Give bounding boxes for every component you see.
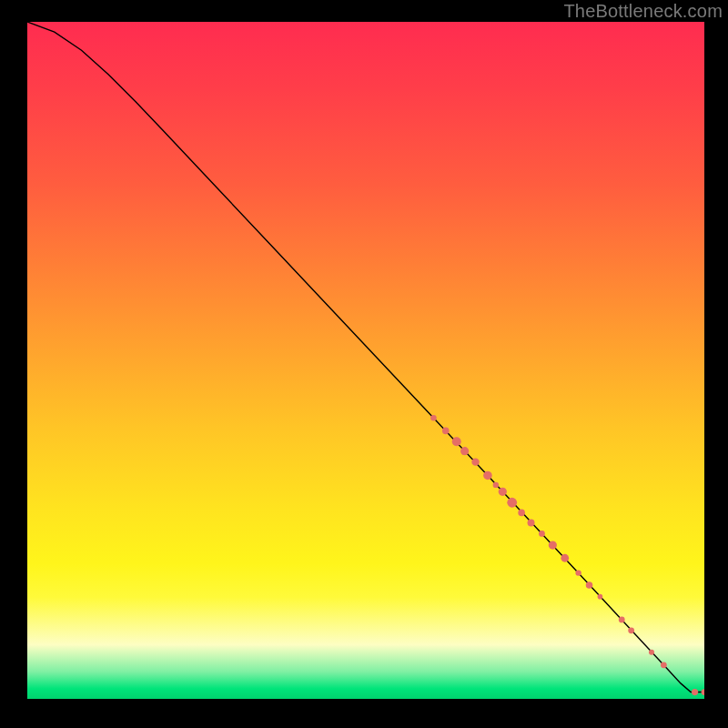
data-marker — [442, 428, 450, 435]
data-marker — [493, 482, 499, 488]
data-marker — [507, 498, 517, 508]
data-marker — [575, 570, 581, 575]
data-marker — [549, 541, 557, 550]
data-marker — [460, 447, 469, 455]
data-marker — [619, 617, 625, 623]
data-marker — [649, 650, 654, 655]
data-marker — [661, 662, 667, 668]
data-marker — [586, 581, 593, 589]
data-marker — [518, 510, 525, 517]
data-marker — [539, 531, 545, 537]
data-marker — [528, 520, 535, 527]
data-markers-group — [430, 415, 704, 695]
data-curve — [27, 22, 704, 693]
data-marker — [430, 415, 437, 421]
data-marker — [702, 689, 704, 695]
data-marker — [483, 471, 492, 480]
data-marker — [499, 488, 507, 496]
data-marker — [561, 554, 569, 562]
chart-svg-layer — [27, 22, 704, 699]
chart-stage: TheBottleneck.com — [0, 0, 728, 728]
attribution-text: TheBottleneck.com — [563, 0, 723, 22]
data-marker — [471, 458, 479, 465]
data-marker — [598, 594, 603, 600]
data-marker — [452, 437, 461, 446]
data-marker — [628, 627, 634, 633]
data-marker — [692, 689, 698, 695]
